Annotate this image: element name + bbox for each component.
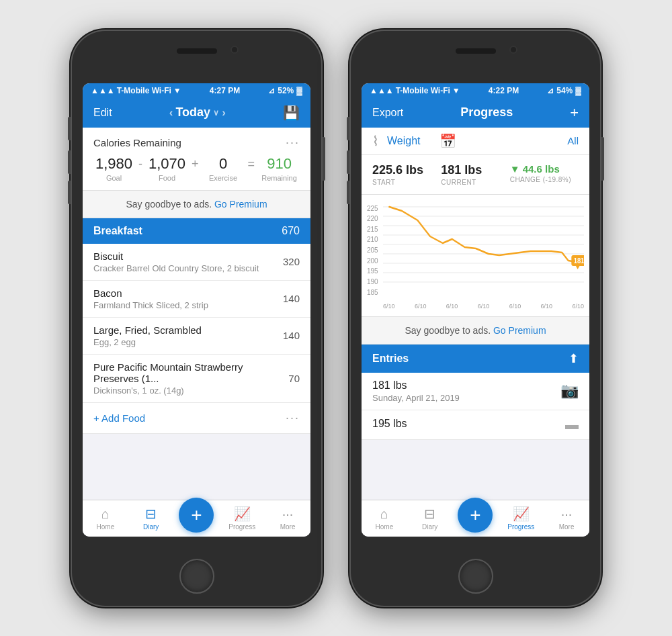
goal-item: 1,980 Goal [93,155,134,182]
home-icon-2: ⌂ [380,506,388,522]
battery-label-2: 54% [556,86,573,95]
weight-chart: 225 220 215 210 205 200 195 190 185 [362,195,589,317]
ad-text-1: Say goodbye to ads. [126,199,212,210]
stat-current-value: 181 lbs [441,163,509,177]
y-210: 210 [367,236,380,243]
share-icon[interactable]: ⬆ [569,351,579,366]
home-icon-1: ⌂ [101,506,110,522]
tab-add-2[interactable]: + [453,500,499,537]
entry-value-181: 181 lbs [372,379,460,392]
home-button-1[interactable] [179,559,214,594]
signal-icon: ▲▲▲ [91,86,115,95]
entry-item-195[interactable]: 195 lbs ▬ [362,410,589,440]
entries-title: Entries [372,353,409,365]
chart-inner: 225 220 215 210 205 200 195 190 185 [362,201,584,310]
phone-body-2: ▲▲▲ T-Mobile Wi-Fi ▼ 4:22 PM ⊿ 54% ▓ Exp… [349,30,601,607]
earpiece-1 [177,48,217,54]
food-value: 1,070 [146,155,187,173]
camera-icon[interactable]: 📷 [560,382,579,400]
wifi-icon: ▼ [173,86,181,95]
front-camera-2 [509,46,517,54]
food-item-bacon[interactable]: Bacon Farmland Thick Sliced, 2 strip 140 [83,281,310,318]
save-icon[interactable]: 💾 [283,105,300,121]
svg-text:181: 181 [574,257,584,264]
entry-info-181: 181 lbs Sunday, April 21, 2019 [372,379,460,403]
more-icon-1: ··· [282,506,294,522]
stats-row: 225.6 lbs START 181 lbs CURRENT ▼ 44.6 l… [362,155,589,195]
diary-label-1: Diary [143,523,159,531]
entry-item-181[interactable]: 181 lbs Sunday, April 21, 2019 📷 [362,373,589,410]
location-icon-2: ⊿ [547,86,554,95]
food-cal-preserves: 70 [288,373,300,384]
food-item-biscuit[interactable]: Biscuit Cracker Barrel Old Country Store… [83,244,310,281]
add-food-button[interactable]: + Add Food [93,412,145,424]
camera-icon-2[interactable]: ▬ [565,417,579,433]
x-label-5: 6/10 [509,303,521,310]
stat-change: ▼ 44.6 lbs CHANGE (-19.8%) [510,163,579,186]
go-premium-link-1[interactable]: Go Premium [214,199,267,210]
entry-info-195: 195 lbs [372,418,407,431]
equals-operator: = [247,157,257,179]
food-info-bacon: Bacon Farmland Thick Sliced, 2 strip [93,287,275,310]
diary-content: Calories Remaining ··· 1,980 Goal - 1,07… [83,128,310,500]
food-name-bacon: Bacon [93,287,275,299]
progress-icon-1: 📈 [234,506,251,522]
food-info-preserves: Pure Pacific Mountain Strawberry Preserv… [93,361,280,396]
add-food-more-icon[interactable]: ··· [286,411,300,425]
phone-body-1: ▲▲▲ T-Mobile Wi-Fi ▼ 4:27 PM ⊿ 52% ▓ Edi… [71,30,323,607]
battery-icon: ▓ [296,86,302,95]
tab-more-1[interactable]: ··· More [265,502,310,535]
tab-home-1[interactable]: ⌂ Home [83,502,128,535]
tab-progress-1[interactable]: 📈 Progress [219,502,265,535]
more-label-2: More [559,523,575,531]
stat-change-value: ▼ 44.6 lbs [510,163,579,175]
nav-chevron-down[interactable]: ∨ [213,108,219,118]
nav-chevron-left[interactable]: ‹ [169,106,173,120]
status-right-2: ⊿ 54% ▓ [547,86,581,95]
signal-icon-2: ▲▲▲ [370,86,394,95]
remaining-label: Remaining [259,174,300,182]
y-215: 215 [367,226,380,233]
tab-add-1[interactable]: + [174,500,220,537]
tab-home-2[interactable]: ⌂ Home [362,502,407,535]
tab-diary-2[interactable]: ⊟ Diary [407,502,453,535]
food-item-preserves[interactable]: Pure Pacific Mountain Strawberry Preserv… [83,355,310,403]
calendar-icon[interactable]: 📅 [439,133,456,149]
status-bar-2: ▲▲▲ T-Mobile Wi-Fi ▼ 4:22 PM ⊿ 54% ▓ [362,83,589,98]
export-button[interactable]: Export [372,107,403,119]
edit-button[interactable]: Edit [93,107,112,119]
stat-change-label: CHANGE (-19.8%) [510,176,579,183]
go-premium-link-2[interactable]: Go Premium [493,325,546,336]
chart-line-icon[interactable]: ⌇ [372,133,379,149]
calories-more-icon[interactable]: ··· [286,136,300,150]
tab-diary-1[interactable]: ⊟ Diary [128,502,174,535]
plus-icon-2[interactable]: + [570,104,579,122]
all-tab[interactable]: All [567,135,579,146]
tab-progress-2[interactable]: 📈 Progress [498,502,544,535]
progress-content: ⌇ Weight 📅 All 225.6 lbs START 181 lbs C… [362,128,589,500]
y-185: 185 [367,289,380,296]
food-info-egg: Large, Fried, Scrambled Egg, 2 egg [93,324,275,347]
exercise-label: Exercise [203,174,244,182]
ad-text-2: Say goodbye to ads. [405,325,491,336]
tab-more-2[interactable]: ··· More [544,502,589,535]
ad-banner-1: Say goodbye to ads. Go Premium [83,191,310,218]
add-button-1[interactable]: + [179,498,214,533]
y-225: 225 [367,205,380,212]
stat-start: 225.6 lbs START [372,163,441,186]
food-item-egg[interactable]: Large, Fried, Scrambled Egg, 2 egg 140 [83,318,310,355]
y-200: 200 [367,257,380,265]
food-info-biscuit: Biscuit Cracker Barrel Old Country Store… [93,251,275,273]
food-cal-biscuit: 320 [283,256,300,267]
goal-label: Goal [93,174,134,182]
add-button-2[interactable]: + [458,498,493,533]
plus-operator: + [190,157,200,179]
y-220: 220 [367,215,380,222]
nav-chevron-right[interactable]: › [222,106,226,120]
svg-marker-10 [576,266,580,269]
nav-title-progress: Progress [460,105,513,120]
home-button-2[interactable] [458,559,493,594]
calories-title: Calories Remaining [93,137,181,148]
weight-tab[interactable]: Weight [387,135,421,147]
y-axis: 225 220 215 210 205 200 195 190 185 [362,201,383,310]
